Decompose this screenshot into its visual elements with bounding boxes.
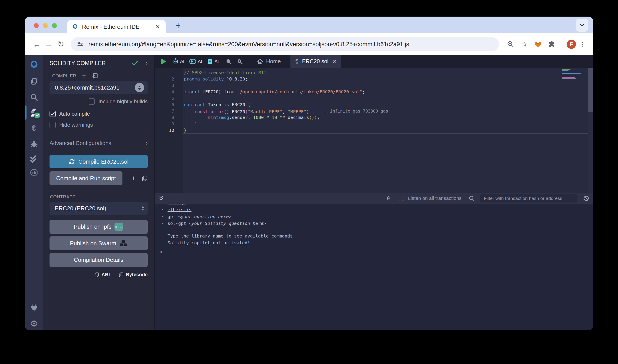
hide-warnings-checkbox[interactable] [50,122,56,128]
ai-vision-group[interactable]: AI [189,59,202,64]
code-line[interactable]: 4import {ERC20} from "@openzeppelin/cont… [155,89,593,95]
close-window-button[interactable] [34,23,39,28]
publish-ipfs-label: Publish on Ipfs [74,223,112,230]
new-tab-button[interactable]: + [173,21,183,30]
compiler-version-select[interactable]: 0.8.25+commit.b61c2a91 [50,81,148,94]
terminal-collapse-icon[interactable] [159,195,164,201]
code-line-content[interactable]: pragma solidity ^0.8.20; [183,76,593,82]
code-line[interactable]: 9 } [155,121,593,127]
code-editor[interactable]: 1// SPDX-License-Identifier: MIT2pragma … [155,68,593,193]
remix-logo-icon[interactable] [25,58,43,72]
plugin-manager-icon[interactable] [25,301,43,315]
code-area: 1// SPDX-License-Identifier: MIT2pragma … [155,69,593,134]
ai-robot-group[interactable]: AI [172,58,184,65]
minimize-window-button[interactable] [43,23,48,28]
minimap-line [562,80,563,80]
compilation-details-label: Compilation Details [74,257,123,263]
forward-button[interactable]: → [43,38,55,50]
panel-chevron-icon[interactable]: › [146,60,148,66]
analytics-plugin-icon[interactable] [25,165,43,180]
copy-abi-button[interactable]: ABI [94,272,110,277]
publish-ipfs-button[interactable]: Publish on Ipfs IPFS [50,220,148,234]
editor-scrollbar-track[interactable] [588,68,593,193]
contract-select[interactable]: ERC20 (ERC20.sol) [50,202,148,215]
code-line-content[interactable]: } [183,127,593,134]
publish-swarm-button[interactable]: Publish on Swarm [50,236,148,250]
editor-toolbar: AI AI AI Home [155,55,593,68]
profile-avatar[interactable]: F [567,39,576,49]
browser-tab[interactable]: Remix - Ethereum IDE ✕ [67,20,166,33]
auto-compile-checkbox[interactable] [50,111,56,117]
code-line[interactable]: 2pragma solidity ^0.8.20; [155,76,593,82]
code-line[interactable]: 5 [155,95,593,102]
code-line-content[interactable]: _mint(msg.sender, 1000 * 10 ** decimals(… [183,114,593,121]
file-explorer-icon[interactable] [25,74,43,89]
code-line[interactable]: 3 [155,82,593,89]
home-tab-label: Home [266,58,281,65]
auto-compile-label: Auto compile [59,111,90,117]
file-tab-erc20[interactable]: ERC20.sol ✕ [290,55,341,68]
ai-docs-group[interactable]: AI [207,58,219,65]
zoom-in-icon[interactable] [236,58,243,65]
code-line[interactable]: 10} [155,127,593,134]
solidity-compiler-icon[interactable] [25,105,43,120]
transaction-count: 0 [387,195,390,201]
run-script-play-button[interactable] [161,59,166,64]
code-line[interactable]: 8 _mint(msg.sender, 1000 * 10 ** decimal… [155,114,593,121]
code-line[interactable]: 6contract Token is ERC20 { [155,102,593,108]
minimap-line [562,70,568,71]
minimap-line [562,76,569,76]
deploy-run-icon[interactable] [25,121,43,135]
code-line-content[interactable]: } [183,121,593,127]
compile-button[interactable]: Compile ERC20.sol [50,155,148,168]
custom-compiler-icon[interactable] [92,73,98,79]
minimap[interactable] [562,69,582,82]
code-line-content[interactable]: constructor() ERC20("Mantle PEPE", "MPEP… [183,108,593,114]
zoom-out-icon[interactable] [225,58,232,65]
bookmark-star-icon[interactable]: ☆ [518,39,530,50]
transaction-filter-input[interactable] [480,194,578,203]
compile-button-label: Compile ERC20.sol [78,158,129,165]
back-button[interactable]: ← [31,38,43,50]
code-line-content[interactable] [183,82,593,89]
terminal-link[interactable]: ethers.js [167,206,192,213]
metamask-extension-icon[interactable] [532,39,544,50]
search-plugin-icon[interactable] [25,90,43,104]
nightly-builds-checkbox[interactable] [89,98,95,104]
browser-menu-icon[interactable]: ⋮ [578,40,587,48]
compile-and-run-button[interactable]: Compile and Run script [50,171,122,185]
bytecode-label: Bytecode [126,272,148,277]
compilation-details-button[interactable]: Compilation Details [50,253,148,267]
address-bar[interactable]: remix.ethereum.org/#lang=en&optimize=fal… [71,37,499,51]
tab-search-button[interactable] [576,19,588,32]
code-line-content[interactable]: import {ERC20} from "@openzeppelin/contr… [183,89,593,95]
debugger-icon[interactable] [25,137,43,151]
info-icon[interactable]: i [132,175,135,182]
tab-close-icon[interactable]: ✕ [154,23,162,31]
copy-icon[interactable] [142,175,148,181]
listen-transactions-checkbox[interactable] [399,196,404,201]
unit-testing-icon[interactable] [25,152,43,166]
site-settings-icon[interactable] [77,40,84,48]
editor-scrollbar-thumb[interactable] [588,68,593,112]
terminal-output[interactable]: •web3.js•ethers.js•gpt <your question he… [155,204,593,330]
copy-bytecode-button[interactable]: Bytecode [119,272,148,277]
code-line-content[interactable]: contract Token is ERC20 { [183,102,593,108]
advanced-configurations-row[interactable]: Advanced Configurations › [50,140,148,147]
code-line-content[interactable] [183,95,593,102]
reload-button[interactable]: ↻ [55,38,67,50]
extensions-puzzle-icon[interactable] [546,39,557,50]
terminal-link[interactable]: web3.js [167,204,186,206]
fullscreen-window-button[interactable] [52,23,57,28]
terminal-prompt[interactable]: > [160,248,593,255]
home-tab[interactable]: Home [253,55,285,68]
settings-gear-icon[interactable]: ⚙ [25,316,43,330]
terminal-search-icon[interactable] [469,195,475,201]
file-tab-close-icon[interactable]: ✕ [333,58,337,65]
code-line-content[interactable]: // SPDX-License-Identifier: MIT [183,69,593,76]
zoom-indicator-icon[interactable] [505,39,516,50]
code-line[interactable]: 7 constructor() ERC20("Mantle PEPE", "MP… [155,108,593,114]
clear-terminal-icon[interactable] [583,195,589,201]
code-line[interactable]: 1// SPDX-License-Identifier: MIT [155,69,593,76]
add-compiler-icon[interactable] [81,73,87,79]
